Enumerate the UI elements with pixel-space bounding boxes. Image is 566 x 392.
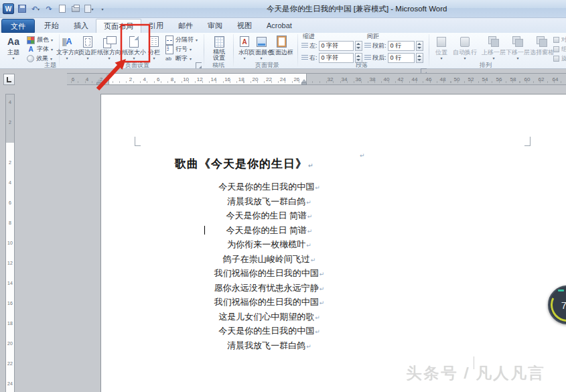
right-indent-marker[interactable] <box>301 79 307 85</box>
indent-right-icon <box>301 55 308 61</box>
themes-button[interactable]: Aa 主题 ▾ <box>3 34 24 61</box>
doc-line[interactable]: 这是儿女们心中期望的歌↵ <box>135 310 403 324</box>
paper-size-button[interactable]: 纸张大小 ▾ <box>122 34 146 61</box>
doc-line[interactable]: 我们祝福你的生日我的中国↵ <box>135 266 403 281</box>
save-button[interactable] <box>17 4 27 14</box>
text-direction-button[interactable]: |||A 文字方向 ▾ <box>56 34 78 61</box>
ruler-number: 4 <box>6 179 14 187</box>
ruler-number: 58 <box>508 76 518 82</box>
indent-left-field: 左: 0 字符 <box>301 41 362 51</box>
page-borders-button[interactable]: 页面边框 <box>268 34 295 61</box>
spacing-before-spinner[interactable] <box>416 41 423 51</box>
first-line-indent-marker[interactable] <box>106 74 111 78</box>
tab-home[interactable]: 开始 <box>37 19 66 33</box>
doc-line[interactable]: 今天是你的生日我的中国↵ <box>135 180 403 194</box>
toutiao-watermark: 头条号 / 凡人凡言 <box>406 363 545 384</box>
vertical-ruler[interactable]: 42 24681012141618202224 <box>5 94 15 392</box>
selection-pane-button[interactable]: 选择窗格 <box>528 34 556 61</box>
theme-colors-button[interactable]: 颜色 ▾ <box>27 36 53 44</box>
page-borders-icon <box>268 34 295 49</box>
paragraph-mark: ↵ <box>311 257 316 263</box>
ruler-number: 6 <box>6 199 14 207</box>
group-objects-icon <box>553 46 559 52</box>
ruler-number: 10 <box>182 76 191 82</box>
tab-view[interactable]: 视图 <box>230 19 259 33</box>
selection-pane-icon <box>528 34 556 49</box>
ruler-number: 18 <box>6 320 14 328</box>
group-separator <box>429 34 429 66</box>
document-heading[interactable]: 歌曲《今天是你的生日》↵ <box>175 156 314 172</box>
theme-fonts-icon: A <box>27 46 35 54</box>
tab-acrobat[interactable]: Acrobat <box>259 19 299 33</box>
tab-page-layout[interactable]: 页面布局 <box>96 19 141 33</box>
word-window: W ↶▾ ↷ ▾ ▾ 今天是你的生日我的中国 [兼容模式] - Microsof… <box>0 0 566 392</box>
breaks-button[interactable]: 分隔符 ▾ <box>165 36 198 44</box>
ruler-number: 16 <box>223 76 232 82</box>
tab-insert[interactable]: 插入 <box>66 19 96 33</box>
spacing-before-input[interactable]: 0 行 <box>388 41 415 51</box>
doc-line[interactable]: 清晨我放飞一群白鸽↵ <box>135 194 403 209</box>
doc-line[interactable]: 今天是你的生日 简谱↵ <box>135 208 403 223</box>
ruler-number: 34 <box>340 76 349 82</box>
addin-button[interactable]: ▾ <box>84 4 94 14</box>
theme-fonts-button[interactable]: A 字体 ▾ <box>27 45 53 54</box>
group-separator <box>233 34 234 66</box>
paragraph-mark: ↵ <box>315 328 320 335</box>
undo-button[interactable]: ↶▾ <box>30 4 41 14</box>
columns-button[interactable]: 分栏 ▾ <box>146 34 162 61</box>
orientation-button[interactable]: 纸张方向 ▾ <box>97 34 121 61</box>
print-preview-button[interactable] <box>57 4 68 14</box>
doc-line[interactable]: 清晨我放飞一群白鸽↵ <box>135 338 403 353</box>
indent-left-spinner[interactable] <box>355 41 362 51</box>
tab-file[interactable]: 文件 <box>1 19 35 33</box>
ruler-number: 32 <box>326 76 335 82</box>
print-preview-icon <box>59 5 66 13</box>
redo-button[interactable]: ↷ <box>44 4 54 14</box>
tab-review[interactable]: 审阅 <box>200 19 230 33</box>
indent-left-input[interactable]: 0 字符 <box>319 41 354 51</box>
ruler-number: 20 <box>6 340 14 348</box>
hanging-indent-marker[interactable] <box>96 79 102 85</box>
doc-line[interactable]: 今天是你的生日我的中国↵ <box>135 324 403 338</box>
tab-mailings[interactable]: 邮件 <box>171 19 200 33</box>
ruler-number: 2 <box>6 159 14 167</box>
quick-print-button[interactable] <box>70 4 81 14</box>
doc-line[interactable]: 为你衔来一枚橄榄叶↵ <box>135 237 403 252</box>
ruler-number: 10 <box>6 239 14 247</box>
addin-dropdown-icon[interactable]: ▾ <box>91 7 93 11</box>
tab-stop-selector[interactable] <box>3 74 15 85</box>
position-button[interactable]: 位置 ▾ <box>433 34 450 61</box>
wrap-text-button[interactable]: 自动换行 ▾ <box>450 34 480 61</box>
ruler-number: 60 <box>522 76 532 82</box>
customize-qat-button[interactable]: ▾ <box>97 4 108 14</box>
rotate-button[interactable]: 旋转 <box>553 54 566 63</box>
paragraph-mark: ↵ <box>320 285 325 292</box>
doc-line[interactable]: 今天是你的生日 简谱↵ <box>135 223 403 238</box>
spacing-before-icon <box>364 43 371 49</box>
tab-references[interactable]: 引用 <box>141 19 171 33</box>
doc-line[interactable]: 我们祝福你的生日我的中国↵ <box>135 295 403 310</box>
line-numbers-button[interactable]: 12 行号 ▾ <box>165 45 192 54</box>
ruler-number: 22 <box>265 76 274 82</box>
ruler-number: 6 <box>68 76 78 82</box>
vruler-text-numbers: 24681012141618202224 <box>6 159 14 388</box>
ruler-number: 54 <box>480 76 490 82</box>
margins-button[interactable]: 页边距 ▾ <box>78 34 97 61</box>
ruler-number: 12 <box>6 259 14 267</box>
doc-line[interactable]: 愿你永远没有忧患永远宁静↵ <box>135 281 403 296</box>
align-button[interactable]: 对齐 <box>553 36 566 44</box>
manuscript-setup-button[interactable]: 稿纸 设置 <box>208 34 230 61</box>
paragraph-mark: ↵ <box>320 271 325 277</box>
ruler-number: 2 <box>6 119 14 127</box>
title-bar: W ↶▾ ↷ ▾ ▾ 今天是你的生日我的中国 [兼容模式] - Microsof… <box>0 0 566 18</box>
ruler-number: 20 <box>251 76 260 82</box>
page-setup-dialog-launcher[interactable] <box>196 62 202 68</box>
horizontal-ruler[interactable]: 642 2468101214161820222426 3234363840424… <box>67 73 566 85</box>
badge-value: 70 <box>553 300 566 311</box>
word-logo-icon[interactable]: W <box>3 3 14 14</box>
undo-dropdown-icon[interactable]: ▾ <box>38 7 40 11</box>
spacing-after-spinner[interactable] <box>416 53 423 63</box>
themes-icon: Aa <box>3 34 24 49</box>
group-button[interactable]: 组合 <box>553 45 566 54</box>
doc-line[interactable]: 鸽子在崇山峻岭间飞过↵ <box>135 252 403 267</box>
